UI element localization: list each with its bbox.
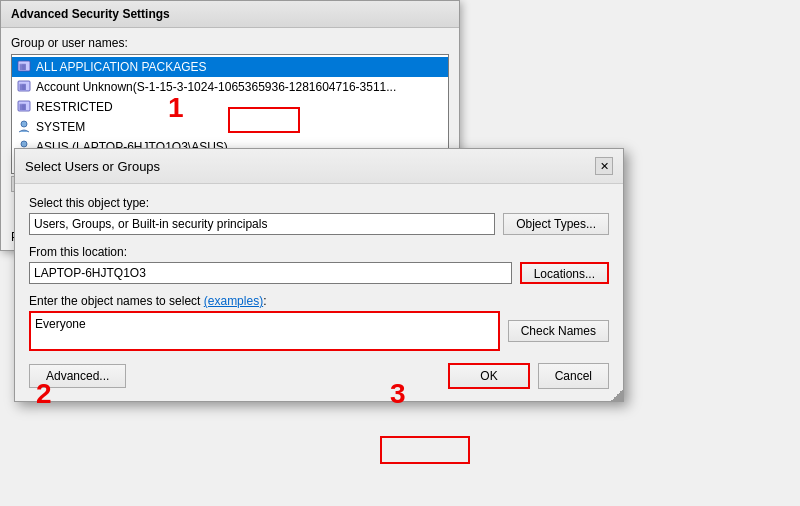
select-users-dialog: Select Users or Groups ✕ Select this obj…	[14, 148, 624, 402]
group-icon: ▦	[16, 79, 32, 95]
svg-point-7	[21, 141, 27, 147]
location-group: From this location: Locations...	[29, 245, 609, 284]
svg-text:▦: ▦	[19, 82, 27, 91]
locations-button[interactable]: Locations...	[520, 262, 609, 284]
ok-button[interactable]: OK	[448, 363, 529, 389]
names-input-text: Everyone	[35, 317, 86, 331]
close-button[interactable]: ✕	[595, 157, 613, 175]
object-types-button[interactable]: Object Types...	[503, 213, 609, 235]
list-item[interactable]: ▦ Account Unknown(S-1-15-3-1024-10653659…	[12, 77, 448, 97]
list-item-text: RESTRICTED	[36, 100, 113, 114]
bg-dialog-titlebar: Advanced Security Settings	[1, 1, 459, 28]
list-item-text: Account Unknown(S-1-15-3-1024-1065365936…	[36, 80, 396, 94]
ok-cancel-group: OK Cancel	[448, 363, 609, 389]
enter-object-names-label: Enter the object names to select (exampl…	[29, 294, 609, 308]
list-item-text: SYSTEM	[36, 120, 85, 134]
group-icon: ▦	[16, 59, 32, 75]
object-type-input[interactable]	[29, 213, 495, 235]
fg-dialog-titlebar: Select Users or Groups ✕	[15, 149, 623, 184]
object-type-row: Object Types...	[29, 213, 609, 235]
group-icon: ▦	[16, 99, 32, 115]
advanced-button[interactable]: Advanced...	[29, 364, 126, 388]
check-names-button[interactable]: Check Names	[508, 320, 609, 342]
bg-dialog-title-text: Advanced Security Settings	[11, 7, 170, 21]
resize-handle[interactable]	[611, 389, 623, 401]
fg-dialog-content: Select this object type: Object Types...…	[15, 184, 623, 401]
cancel-button[interactable]: Cancel	[538, 363, 609, 389]
location-input[interactable]	[29, 262, 512, 284]
names-input-box[interactable]: Everyone	[29, 311, 500, 351]
list-item-text: ALL APPLICATION PACKAGES	[36, 60, 207, 74]
list-item[interactable]: ▦ RESTRICTED	[12, 97, 448, 117]
location-row: Locations...	[29, 262, 609, 284]
svg-text:▦: ▦	[19, 62, 27, 71]
object-names-group: Enter the object names to select (exampl…	[29, 294, 609, 351]
user-icon	[16, 119, 32, 135]
list-item[interactable]: SYSTEM	[12, 117, 448, 137]
examples-link[interactable]: (examples)	[204, 294, 263, 308]
location-label: From this location:	[29, 245, 609, 259]
svg-point-6	[21, 121, 27, 127]
group-user-names-label: Group or user names:	[11, 36, 449, 50]
list-item[interactable]: ▦ ALL APPLICATION PACKAGES	[12, 57, 448, 77]
annotation-box-ok	[380, 436, 470, 464]
names-input-row: Everyone Check Names	[29, 311, 609, 351]
object-type-group: Select this object type: Object Types...	[29, 196, 609, 235]
fg-dialog-title: Select Users or Groups	[25, 159, 160, 174]
svg-text:▦: ▦	[19, 102, 27, 111]
object-type-label: Select this object type:	[29, 196, 609, 210]
fg-bottom-buttons: Advanced... OK Cancel	[29, 363, 609, 389]
